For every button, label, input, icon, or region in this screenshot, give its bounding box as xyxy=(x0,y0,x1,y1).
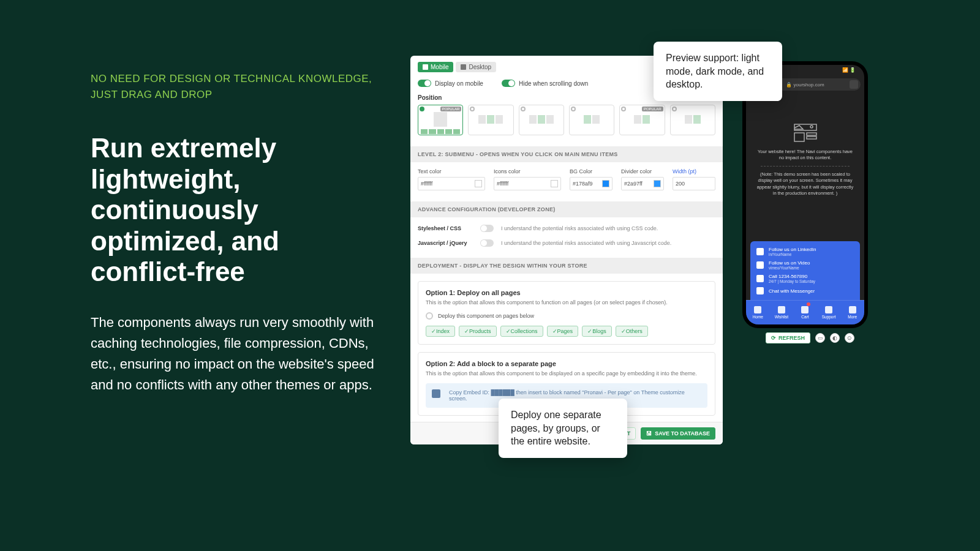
page-chip[interactable]: ✓Pages xyxy=(547,326,579,337)
position-option-1[interactable]: POPULAR xyxy=(418,105,463,135)
marketing-copy: NO NEED FOR DESIGN OR TECHNICAL KNOWLEDG… xyxy=(91,71,385,395)
refresh-icon: ⟳ xyxy=(771,335,776,341)
save-to-database-button[interactable]: 🖫SAVE TO DATABASE xyxy=(641,427,715,440)
lock-icon: 🔒 xyxy=(786,82,792,88)
body-copy: The components always run very smoothly … xyxy=(91,312,385,395)
preview-desktop-icon[interactable]: ▭ xyxy=(815,333,825,343)
svg-rect-2 xyxy=(794,133,804,141)
page-chip[interactable]: ✓Others xyxy=(616,326,648,337)
page-chip[interactable]: ✓Blogs xyxy=(582,326,612,337)
eyebrow: NO NEED FOR DESIGN OR TECHNICAL KNOWLEDG… xyxy=(91,71,385,102)
social-item[interactable]: Chat with Messenger xyxy=(754,285,856,296)
toggle-js[interactable]: Javascript / jQueryI understand the pote… xyxy=(418,239,715,247)
svg-rect-3 xyxy=(807,133,816,135)
tab-icon xyxy=(754,306,761,313)
toggle-css[interactable]: Stylesheet / CSSI understand the potenti… xyxy=(418,225,715,232)
badge-icon xyxy=(807,302,810,306)
social-item[interactable]: Follow us on Videovimeo/YourName xyxy=(754,258,856,272)
save-icon: 🖫 xyxy=(646,430,652,437)
tabbar-item[interactable]: Support xyxy=(817,301,841,324)
tab-icon xyxy=(801,306,809,313)
preview-controls: ⟳REFRESH ▭ ◐ ⊙ xyxy=(766,332,854,343)
radio-icon xyxy=(426,312,433,320)
social-icon xyxy=(756,287,764,294)
share-icon xyxy=(850,80,858,89)
opt1-checkbox-row[interactable]: Deploy this component on pages below xyxy=(426,312,707,320)
social-icon xyxy=(756,248,764,255)
battery-icon: 📶 🔋 xyxy=(842,67,856,73)
headline: Run extremely lightweight, continuously … xyxy=(91,133,385,288)
settings-panel: Mobile Desktop Display on mobile Hide wh… xyxy=(410,56,723,444)
tabbar-item[interactable]: Home xyxy=(746,301,770,324)
position-option-4[interactable] xyxy=(569,105,614,135)
toggle-display-mobile[interactable]: Display on mobile xyxy=(418,80,483,87)
field-width: Width (pt)200 xyxy=(673,168,715,190)
position-option-5[interactable]: POPULAR xyxy=(619,105,665,135)
opt1-desc: This is the option that allows this comp… xyxy=(426,299,707,306)
field-divider-color: Divider color#2a97ff xyxy=(621,168,664,190)
mobile-icon xyxy=(423,64,428,70)
svg-rect-4 xyxy=(807,137,816,139)
field-icons-color: Icons color#ffffff xyxy=(494,168,561,190)
field-text-color: Text color#ffffff xyxy=(418,168,485,190)
wireframe-icon xyxy=(793,123,818,143)
preview-placeholder: Your website here! The Navi components h… xyxy=(755,123,856,197)
svg-point-1 xyxy=(810,126,813,128)
tabbar-item[interactable]: Cart xyxy=(793,301,817,324)
tab-mobile[interactable]: Mobile xyxy=(418,62,453,72)
field-bg-color: BG Color#178af9 xyxy=(570,168,612,190)
opt1-title: Option 1: Deploy on all pages xyxy=(426,289,707,296)
position-option-2[interactable] xyxy=(468,105,513,135)
tabbar-item[interactable]: More xyxy=(840,301,864,324)
toggle-hide-on-scroll[interactable]: Hide when scrolling down xyxy=(502,80,588,87)
page-chip[interactable]: ✓Collections xyxy=(500,326,543,337)
desktop-icon xyxy=(461,64,466,70)
page-chip[interactable]: ✓Products xyxy=(459,326,497,337)
tab-icon xyxy=(778,306,785,313)
social-icon xyxy=(756,261,764,269)
page-chips: ✓Index✓Products✓Collections✓Pages✓Blogs✓… xyxy=(426,326,707,337)
position-options: POPULAR POPULAR xyxy=(418,105,715,135)
section-deploy: DEPLOYMENT - DISPLAY THE DESIGN WITHIN Y… xyxy=(410,258,723,274)
page-chip[interactable]: ✓Index xyxy=(426,326,455,337)
tabbar-item[interactable]: Wishlist xyxy=(770,301,794,324)
opt2-title: Option 2: Add a block to a separate page xyxy=(426,360,707,367)
tab-icon xyxy=(849,306,856,313)
social-item[interactable]: Follow us on LinkedInin/YourName xyxy=(754,245,856,258)
bottom-tabbar: HomeWishlistCartSupportMore xyxy=(746,300,864,324)
refresh-button[interactable]: ⟳REFRESH xyxy=(766,332,810,343)
social-links: Follow us on LinkedInin/YourNameFollow u… xyxy=(750,241,860,300)
tab-icon xyxy=(825,306,832,313)
position-option-6[interactable] xyxy=(670,105,715,135)
callout-preview: Preview support: light mode, dark mode, … xyxy=(654,42,782,101)
social-icon xyxy=(756,275,764,282)
preview-theme-icon[interactable]: ◐ xyxy=(830,333,840,343)
tab-desktop[interactable]: Desktop xyxy=(456,62,496,72)
preview-settings-icon[interactable]: ⊙ xyxy=(845,333,854,343)
opt2-desc: This is the option that allows this comp… xyxy=(426,370,707,377)
deploy-option-1: Option 1: Deploy on all pages This is th… xyxy=(418,281,715,345)
position-option-3[interactable] xyxy=(519,105,564,135)
clipboard-icon xyxy=(432,389,440,398)
section-advance: ADVANCE CONFIGURATION (DEVELOPER ZONE) xyxy=(410,201,723,217)
social-item[interactable]: Call 1234-56789024/7 | Monday to Saturda… xyxy=(754,272,856,285)
phone-preview: ••ıl📶 🔋 🔒 yourshop.com Your website here… xyxy=(742,61,868,328)
callout-deploy: Deploy one separate pages, by groups, or… xyxy=(499,399,627,458)
section-level2: LEVEL 2: SUBMENU - OPENS WHEN YOU CLICK … xyxy=(410,146,723,162)
